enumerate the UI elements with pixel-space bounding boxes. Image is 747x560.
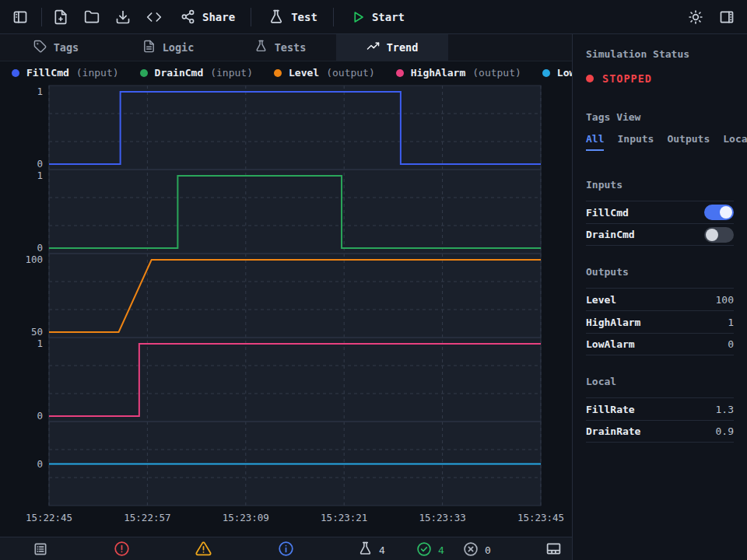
toggle-knob bbox=[720, 206, 732, 219]
toggle-knob bbox=[706, 229, 718, 241]
status-value: STOPPED bbox=[602, 72, 652, 85]
toolbar-separator bbox=[251, 8, 251, 26]
y-tick-label: 50 bbox=[31, 326, 43, 338]
local-rows: FillRate 1.3 DrainRate 0.9 bbox=[586, 397, 734, 443]
legend-item-fillcmd[interactable]: FillCmd (input) bbox=[12, 67, 119, 79]
tag-value: 1.3 bbox=[716, 404, 734, 415]
info-circle-icon bbox=[278, 541, 294, 560]
inputs-section-title: Inputs bbox=[586, 179, 734, 191]
panel-left-icon bbox=[12, 9, 28, 25]
log-panel-button[interactable] bbox=[33, 537, 48, 560]
tag-value: 0 bbox=[728, 338, 734, 350]
x-tick-label: 15:22:45 bbox=[26, 512, 72, 523]
tag-value: 100 bbox=[716, 294, 734, 306]
tag-label: LowAlarm bbox=[586, 338, 635, 350]
share-label: Share bbox=[202, 11, 235, 23]
legend-dot bbox=[140, 69, 148, 77]
legend-item-highalarm[interactable]: HighAlarm (output) bbox=[396, 67, 521, 79]
share-icon bbox=[181, 9, 195, 24]
tab-label: Logic bbox=[163, 41, 195, 54]
fillcmd-toggle[interactable] bbox=[704, 205, 734, 220]
legend-kind: (output) bbox=[472, 67, 521, 79]
download-button[interactable] bbox=[115, 9, 131, 25]
fail-count: 0 bbox=[485, 544, 491, 556]
tag-label: HighAlarm bbox=[586, 317, 640, 328]
legend-name: Level bbox=[289, 67, 319, 79]
open-folder-button[interactable] bbox=[84, 9, 100, 25]
warnings-indicator[interactable] bbox=[195, 537, 212, 560]
tag-icon bbox=[33, 40, 47, 55]
toggle-right-panel-button[interactable] bbox=[719, 9, 735, 25]
tab-tests[interactable]: Tests bbox=[224, 34, 336, 61]
toolbar-separator bbox=[333, 8, 334, 26]
status-dot bbox=[586, 75, 594, 82]
code-icon bbox=[146, 9, 162, 25]
flask-icon bbox=[268, 9, 284, 25]
sun-icon bbox=[688, 9, 703, 25]
toolbar: Share Test Start bbox=[0, 0, 747, 34]
trend-chart-canvas: 15:22:4515:22:5715:23:0915:23:2115:23:33… bbox=[0, 84, 572, 534]
info-indicator[interactable] bbox=[278, 537, 294, 560]
errors-indicator[interactable] bbox=[114, 537, 130, 560]
tags-view-tab-inputs[interactable]: Inputs bbox=[617, 133, 654, 151]
tag-label: FillRate bbox=[586, 404, 635, 415]
tab-label: Trend bbox=[387, 41, 419, 54]
tags-view-title: Tags View bbox=[586, 111, 734, 123]
y-tick-label: 1 bbox=[37, 170, 43, 181]
tags-view-tabs: All Inputs Outputs Local bbox=[586, 133, 734, 151]
tags-view-tab-all[interactable]: All bbox=[586, 133, 604, 151]
outputs-rows: Level 100 HighAlarm 1 LowAlarm 0 bbox=[586, 288, 734, 355]
tests-passed-indicator[interactable]: 4 bbox=[416, 537, 444, 560]
tags-view-tab-outputs[interactable]: Outputs bbox=[667, 133, 710, 151]
tag-row-draincmd: DrainCmd bbox=[586, 223, 734, 246]
tests-total-indicator[interactable]: 4 bbox=[358, 537, 385, 560]
tab-trend[interactable]: Trend bbox=[336, 34, 448, 61]
view-tabbar: Tags Logic Tests bbox=[0, 34, 572, 61]
plot-background bbox=[49, 86, 541, 506]
theme-toggle-button[interactable] bbox=[688, 9, 703, 25]
x-tick-label: 15:23:09 bbox=[223, 512, 269, 523]
tab-tags[interactable]: Tags bbox=[0, 34, 112, 61]
legend-dot bbox=[542, 69, 550, 77]
tag-row-fillrate: FillRate 1.3 bbox=[586, 397, 734, 420]
y-tick-label: 1 bbox=[37, 86, 43, 97]
toggle-bottom-panel-button[interactable] bbox=[545, 537, 562, 560]
legend-dot bbox=[274, 69, 282, 77]
tab-logic[interactable]: Logic bbox=[112, 34, 224, 61]
draincmd-toggle[interactable] bbox=[704, 227, 734, 243]
simulation-status-title: Simulation Status bbox=[586, 48, 734, 60]
test-button[interactable]: Test bbox=[268, 9, 317, 25]
legend-item-level[interactable]: Level (output) bbox=[274, 67, 375, 79]
local-section-title: Local bbox=[586, 376, 734, 387]
share-button[interactable]: Share bbox=[181, 9, 235, 24]
list-icon bbox=[33, 541, 48, 560]
tag-row-lowalarm: LowAlarm 0 bbox=[586, 333, 734, 355]
tag-row-fillcmd: FillCmd bbox=[586, 201, 734, 223]
toggle-left-panel-button[interactable] bbox=[12, 9, 28, 25]
legend-kind: (input) bbox=[76, 67, 119, 79]
tests-failed-indicator[interactable]: 0 bbox=[463, 537, 491, 560]
code-view-button[interactable] bbox=[146, 9, 162, 25]
y-tick-label: 0 bbox=[37, 242, 43, 254]
x-tick-label: 15:23:45 bbox=[517, 512, 564, 523]
new-file-button[interactable] bbox=[53, 9, 68, 25]
status-bar: 4 4 0 bbox=[0, 537, 572, 560]
start-label: Start bbox=[372, 11, 405, 23]
outputs-section-title: Outputs bbox=[586, 266, 734, 278]
start-button[interactable]: Start bbox=[351, 10, 405, 24]
y-tick-label: 0 bbox=[37, 158, 43, 170]
panel-bottom-icon bbox=[545, 541, 562, 560]
play-icon bbox=[351, 10, 365, 24]
test-label: Test bbox=[291, 11, 317, 23]
tab-label: Tags bbox=[54, 41, 79, 54]
tags-view-tab-local[interactable]: Local bbox=[723, 133, 747, 151]
right-sidebar: Simulation Status STOPPED Tags View All … bbox=[572, 34, 747, 560]
file-plus-icon bbox=[53, 9, 68, 25]
flask-icon bbox=[254, 40, 268, 55]
legend-name: HighAlarm bbox=[411, 67, 465, 79]
legend-name: DrainCmd bbox=[155, 67, 204, 79]
main-content: Tags Logic Tests bbox=[0, 34, 572, 560]
error-circle-icon bbox=[114, 541, 130, 560]
legend-item-draincmd[interactable]: DrainCmd (input) bbox=[140, 67, 253, 79]
inputs-rows: FillCmd DrainCmd bbox=[586, 201, 734, 246]
